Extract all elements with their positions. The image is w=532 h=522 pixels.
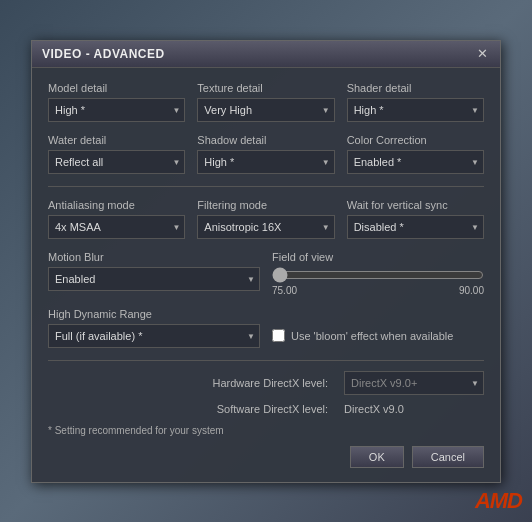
antialiasing-label: Antialiasing mode bbox=[48, 199, 185, 211]
motion-blur-label: Motion Blur bbox=[48, 251, 260, 263]
shader-detail-label: Shader detail bbox=[347, 82, 484, 94]
settings-note: * Setting recommended for your system bbox=[48, 425, 484, 436]
field-water-detail: Water detail Reflect all bbox=[48, 134, 185, 174]
motion-blur-select[interactable]: Enabled bbox=[48, 267, 260, 291]
hardware-dx-label: Hardware DirectX level: bbox=[168, 377, 328, 389]
close-button[interactable]: ✕ bbox=[475, 47, 490, 60]
field-shadow-detail: Shadow detail High * bbox=[197, 134, 334, 174]
water-detail-wrapper: Reflect all bbox=[48, 150, 185, 174]
directx-section: Hardware DirectX level: DirectX v9.0+ So… bbox=[48, 371, 484, 415]
antialiasing-wrapper: 4x MSAA bbox=[48, 215, 185, 239]
amd-logo: AMD bbox=[475, 488, 522, 514]
fov-values: 75.00 90.00 bbox=[272, 285, 484, 296]
hdr-select[interactable]: Full (if available) * bbox=[48, 324, 260, 348]
cancel-button[interactable]: Cancel bbox=[412, 446, 484, 468]
field-shader-detail: Shader detail High * bbox=[347, 82, 484, 122]
texture-detail-label: Texture detail bbox=[197, 82, 334, 94]
antialiasing-select[interactable]: 4x MSAA bbox=[48, 215, 185, 239]
shadow-detail-wrapper: High * bbox=[197, 150, 334, 174]
filtering-wrapper: Anisotropic 16X bbox=[197, 215, 334, 239]
shadow-detail-label: Shadow detail bbox=[197, 134, 334, 146]
title-bar: VIDEO - ADVANCED ✕ bbox=[32, 41, 500, 68]
model-detail-label: Model detail bbox=[48, 82, 185, 94]
field-motion-blur: Motion Blur Enabled bbox=[48, 251, 260, 296]
row-3: Antialiasing mode 4x MSAA Filtering mode… bbox=[48, 199, 484, 239]
field-hdr: High Dynamic Range Full (if available) * bbox=[48, 308, 260, 348]
field-fov: Field of view 75.00 90.00 bbox=[272, 251, 484, 296]
ok-button[interactable]: OK bbox=[350, 446, 404, 468]
shadow-detail-select[interactable]: High * bbox=[197, 150, 334, 174]
color-correction-select[interactable]: Enabled * bbox=[347, 150, 484, 174]
texture-detail-select[interactable]: Very High bbox=[197, 98, 334, 122]
dialog-body: Model detail High * Texture detail Very … bbox=[32, 68, 500, 482]
separator-1 bbox=[48, 360, 484, 361]
hardware-dx-wrapper: DirectX v9.0+ bbox=[344, 371, 484, 395]
fov-label: Field of view bbox=[272, 251, 484, 263]
field-filtering: Filtering mode Anisotropic 16X bbox=[197, 199, 334, 239]
dialog-video-advanced: VIDEO - ADVANCED ✕ Model detail High * T… bbox=[31, 40, 501, 483]
color-correction-label: Color Correction bbox=[347, 134, 484, 146]
hardware-dx-select[interactable]: DirectX v9.0+ bbox=[344, 371, 484, 395]
filtering-label: Filtering mode bbox=[197, 199, 334, 211]
field-texture-detail: Texture detail Very High bbox=[197, 82, 334, 122]
texture-detail-wrapper: Very High bbox=[197, 98, 334, 122]
software-dx-row: Software DirectX level: DirectX v9.0 bbox=[48, 403, 484, 415]
model-detail-wrapper: High * bbox=[48, 98, 185, 122]
fov-min: 75.00 bbox=[272, 285, 297, 296]
field-bloom: Use 'bloom' effect when available bbox=[272, 308, 484, 348]
vsync-select[interactable]: Disabled * bbox=[347, 215, 484, 239]
software-dx-value: DirectX v9.0 bbox=[344, 403, 484, 415]
water-detail-select[interactable]: Reflect all bbox=[48, 150, 185, 174]
shader-detail-wrapper: High * bbox=[347, 98, 484, 122]
fov-max: 90.00 bbox=[459, 285, 484, 296]
vsync-label: Wait for vertical sync bbox=[347, 199, 484, 211]
dialog-title: VIDEO - ADVANCED bbox=[42, 47, 165, 61]
software-dx-label: Software DirectX level: bbox=[168, 403, 328, 415]
motion-blur-wrapper: Enabled bbox=[48, 267, 260, 291]
row-2: Water detail Reflect all Shadow detail H… bbox=[48, 134, 484, 174]
field-color-correction: Color Correction Enabled * bbox=[347, 134, 484, 174]
button-row: OK Cancel bbox=[48, 446, 484, 472]
field-antialiasing: Antialiasing mode 4x MSAA bbox=[48, 199, 185, 239]
hdr-label: High Dynamic Range bbox=[48, 308, 260, 320]
model-detail-select[interactable]: High * bbox=[48, 98, 185, 122]
filtering-select[interactable]: Anisotropic 16X bbox=[197, 215, 334, 239]
hdr-wrapper: Full (if available) * bbox=[48, 324, 260, 348]
vsync-wrapper: Disabled * bbox=[347, 215, 484, 239]
bloom-checkbox[interactable] bbox=[272, 329, 285, 342]
fov-slider[interactable] bbox=[272, 267, 484, 283]
hardware-dx-row: Hardware DirectX level: DirectX v9.0+ bbox=[48, 371, 484, 395]
color-correction-wrapper: Enabled * bbox=[347, 150, 484, 174]
field-model-detail: Model detail High * bbox=[48, 82, 185, 122]
field-vsync: Wait for vertical sync Disabled * bbox=[347, 199, 484, 239]
shader-detail-select[interactable]: High * bbox=[347, 98, 484, 122]
divider-1 bbox=[48, 186, 484, 187]
water-detail-label: Water detail bbox=[48, 134, 185, 146]
row-4: Motion Blur Enabled Field of view 75.00 … bbox=[48, 251, 484, 296]
bloom-label: Use 'bloom' effect when available bbox=[291, 330, 453, 342]
row-1: Model detail High * Texture detail Very … bbox=[48, 82, 484, 122]
row-5: High Dynamic Range Full (if available) *… bbox=[48, 308, 484, 348]
fov-slider-container: 75.00 90.00 bbox=[272, 267, 484, 296]
